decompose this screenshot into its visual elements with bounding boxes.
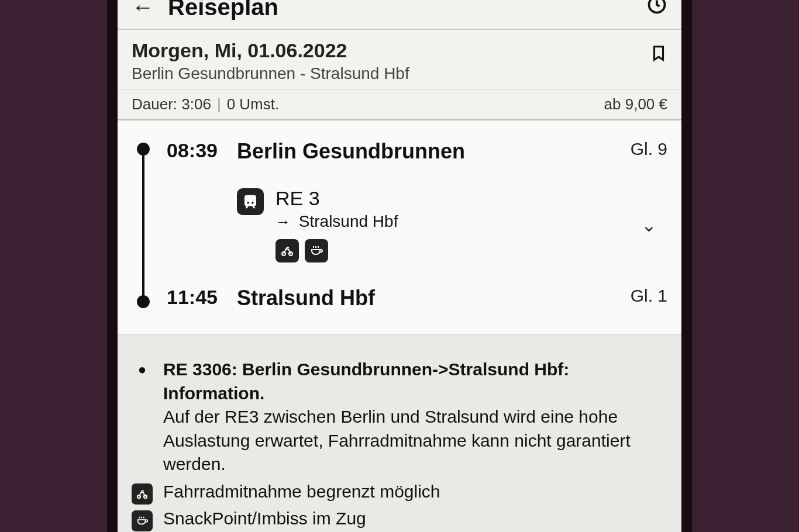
duration-label: Dauer: 3:06 bbox=[132, 95, 211, 113]
app-screen: ← Reiseplan Morgen, Mi, 01.06.2022 Berli… bbox=[107, 0, 692, 532]
trip-metrics: Dauer: 3:06 | 0 Umst. ab 9,00 € bbox=[118, 89, 681, 120]
bookmark-icon[interactable] bbox=[650, 39, 667, 68]
bike-note: Fahrradmitnahme begrenzt möglich bbox=[163, 480, 440, 504]
train-icon bbox=[237, 188, 264, 215]
departure-station: Berlin Gesundbrunnen bbox=[237, 139, 603, 164]
snack-note: SnackPoint/Imbiss im Zug bbox=[163, 507, 366, 531]
divider: | bbox=[217, 95, 221, 113]
arrival-platform: Gl. 1 bbox=[603, 286, 667, 306]
top-bar: ← Reiseplan bbox=[118, 0, 681, 29]
price-label: ab 9,00 € bbox=[604, 95, 667, 113]
journey-timeline: 08:39 Berlin Gesundbrunnen Gl. 9 RE 3 → … bbox=[118, 120, 681, 334]
departure-row: 08:39 Berlin Gesundbrunnen Gl. 9 bbox=[132, 139, 667, 164]
timeline-dot-start bbox=[137, 143, 150, 156]
amenity-icons bbox=[275, 239, 629, 262]
arrival-station: Stralsund Hbf bbox=[237, 286, 603, 310]
trip-route: Berlin Gesundbrunnen - Stralsund Hbf bbox=[132, 64, 650, 83]
bicycle-icon bbox=[132, 483, 153, 505]
departure-time: 08:39 bbox=[167, 139, 237, 162]
info-body: Auf der RE3 zwischen Berlin und Stralsun… bbox=[163, 405, 667, 476]
timeline-dot-end bbox=[137, 295, 150, 308]
info-title: RE 3306: Berlin Gesundbrunnen->Stralsund… bbox=[163, 358, 667, 405]
departure-platform: Gl. 9 bbox=[603, 139, 667, 159]
trip-summary: Morgen, Mi, 01.06.2022 Berlin Gesundbrun… bbox=[118, 29, 681, 89]
trip-date: Morgen, Mi, 01.06.2022 bbox=[132, 39, 650, 62]
arrival-time: 11:45 bbox=[167, 286, 237, 309]
back-arrow-icon[interactable]: ← bbox=[132, 0, 154, 20]
snack-icon bbox=[305, 239, 328, 262]
clock-icon[interactable] bbox=[646, 0, 667, 20]
snack-icon bbox=[132, 510, 153, 531]
leg-line-name: RE 3 bbox=[275, 187, 629, 210]
info-section: ● RE 3306: Berlin Gesundbrunnen->Stralsu… bbox=[118, 334, 681, 532]
chevron-down-icon[interactable]: ⌄ bbox=[641, 214, 667, 236]
arrow-right-icon: → bbox=[275, 213, 291, 230]
info-dot-icon: ● bbox=[132, 361, 153, 378]
bicycle-icon bbox=[275, 239, 299, 262]
leg-destination: → Stralsund Hbf bbox=[275, 212, 629, 231]
arrival-row: 11:45 Stralsund Hbf Gl. 1 bbox=[132, 286, 667, 310]
page-title: Reiseplan bbox=[168, 0, 278, 20]
journey-leg[interactable]: RE 3 → Stralsund Hbf ⌄ bbox=[237, 187, 667, 262]
transfers-label: 0 Umst. bbox=[227, 95, 280, 113]
timeline-line bbox=[142, 148, 144, 301]
